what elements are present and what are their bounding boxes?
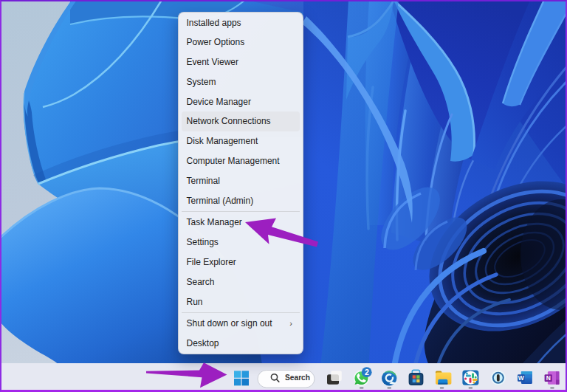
svg-text:W: W — [518, 374, 525, 382]
svg-text:N: N — [546, 374, 551, 382]
svg-text:2: 2 — [365, 368, 369, 376]
svg-text:Search: Search — [285, 374, 310, 382]
